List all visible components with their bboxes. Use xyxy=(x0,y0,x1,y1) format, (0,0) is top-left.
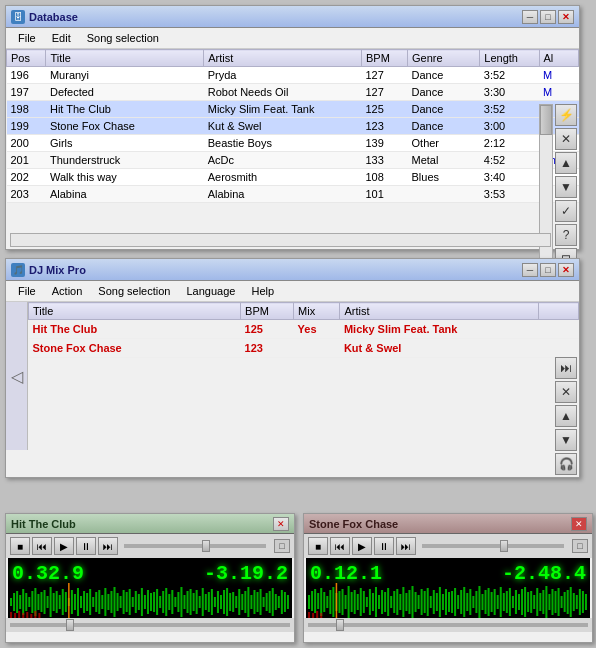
player-right-play-button[interactable]: ▶ xyxy=(352,537,372,555)
player-left-countdown: -3.19.2 xyxy=(204,562,288,585)
svg-rect-18 xyxy=(65,592,67,612)
dj-menu-file[interactable]: File xyxy=(10,283,44,299)
player-left-extra-btn[interactable]: □ xyxy=(274,539,290,553)
svg-rect-93 xyxy=(10,612,12,618)
dj-title: DJ Mix Pro xyxy=(29,264,522,276)
player-right-pause-button[interactable]: ⏸ xyxy=(374,537,394,555)
dj-col-extra xyxy=(539,303,579,320)
maximize-button[interactable]: □ xyxy=(540,10,556,24)
db-scrollbar[interactable] xyxy=(539,104,553,284)
help-db-button[interactable]: ? xyxy=(555,224,577,246)
player-right-extra-btn[interactable]: □ xyxy=(572,539,588,553)
dj-table-row[interactable]: Stone Fox Chase 123 Kut & Swel xyxy=(29,339,579,358)
svg-rect-106 xyxy=(323,592,325,612)
player-left-prev-button[interactable]: ⏮ xyxy=(32,537,52,555)
check-db-button[interactable]: ✓ xyxy=(555,200,577,222)
cell-bpm: 108 xyxy=(362,169,408,186)
player-right-prev-button[interactable]: ⏮ xyxy=(330,537,350,555)
svg-rect-149 xyxy=(454,588,456,616)
player-right-close-button[interactable]: ✕ xyxy=(571,517,587,531)
dj-table-row[interactable]: Hit The Club 125 Yes Micky Slim Feat. Ta… xyxy=(29,320,579,339)
svg-rect-138 xyxy=(421,589,423,615)
database-menu-bar: File Edit Song selection xyxy=(6,28,579,49)
player-left-volume-slider[interactable] xyxy=(124,544,266,548)
dj-cell-bpm: 125 xyxy=(241,320,294,339)
player-right-next-button[interactable]: ⏭ xyxy=(396,537,416,555)
dj-maximize-button[interactable]: □ xyxy=(540,263,556,277)
dj-down-button[interactable]: ▼ xyxy=(555,429,577,451)
player-left-seek-slider[interactable] xyxy=(10,623,290,627)
db-scroll-thumb[interactable] xyxy=(540,105,552,135)
player-left-bottom-slider[interactable] xyxy=(6,618,294,632)
svg-rect-127 xyxy=(387,588,389,616)
menu-file[interactable]: File xyxy=(10,30,44,46)
svg-rect-39 xyxy=(129,589,131,615)
dj-menu-help[interactable]: Help xyxy=(243,283,282,299)
close-button[interactable]: ✕ xyxy=(558,10,574,24)
db-horizontal-scroll[interactable] xyxy=(10,233,551,247)
cell-artist: AcDc xyxy=(204,152,362,169)
player-right-bottom-slider[interactable] xyxy=(304,618,592,632)
dj-cell-mix xyxy=(294,339,340,358)
svg-rect-139 xyxy=(424,591,426,613)
svg-rect-196 xyxy=(316,611,318,618)
player-right-stop-button[interactable]: ■ xyxy=(308,537,328,555)
cell-title: Defected xyxy=(46,84,204,101)
svg-rect-49 xyxy=(159,596,161,608)
dj-headphones-button[interactable]: 🎧 xyxy=(555,453,577,475)
col-al: Al xyxy=(539,50,579,67)
dj-skip-end-button[interactable]: ⏭ xyxy=(555,357,577,379)
dj-menu-language[interactable]: Language xyxy=(178,283,243,299)
player-left-pause-button[interactable]: ⏸ xyxy=(76,537,96,555)
player-right-seek-slider[interactable] xyxy=(308,623,588,627)
table-row[interactable]: 203 Alabina Alabina 101 3:53 xyxy=(7,186,579,203)
svg-rect-30 xyxy=(101,595,103,609)
menu-edit[interactable]: Edit xyxy=(44,30,79,46)
player-left-stop-button[interactable]: ■ xyxy=(10,537,30,555)
svg-rect-124 xyxy=(378,595,380,609)
player-right-seek-thumb[interactable] xyxy=(336,619,344,631)
svg-rect-161 xyxy=(491,592,493,612)
svg-rect-47 xyxy=(153,592,155,612)
svg-rect-69 xyxy=(220,595,222,609)
database-window: 🗄 Database ─ □ ✕ File Edit Song selectio… xyxy=(5,5,580,250)
dj-minimize-button[interactable]: ─ xyxy=(522,263,538,277)
dj-close-button[interactable]: ✕ xyxy=(558,263,574,277)
table-row[interactable]: 202 Walk this way Aerosmith 108 Blues 3:… xyxy=(7,169,579,186)
table-row[interactable]: 198 Hit The Club Micky Slim Feat. Tank 1… xyxy=(7,101,579,118)
remove-db-button[interactable]: ✕ xyxy=(555,128,577,150)
dj-up-button[interactable]: ▲ xyxy=(555,405,577,427)
svg-rect-169 xyxy=(515,590,517,614)
cell-bpm: 127 xyxy=(362,84,408,101)
up-db-button[interactable]: ▲ xyxy=(555,152,577,174)
menu-song-selection[interactable]: Song selection xyxy=(79,30,167,46)
table-row[interactable]: 197 Defected Robot Needs Oil 127 Dance 3… xyxy=(7,84,579,101)
dj-menu-song-selection[interactable]: Song selection xyxy=(90,283,178,299)
svg-rect-89 xyxy=(281,590,283,614)
table-row[interactable]: 201 Thunderstruck AcDc 133 Metal 4:52 Th xyxy=(7,152,579,169)
svg-rect-51 xyxy=(165,588,167,616)
table-row[interactable]: 196 Muranyi Pryda 127 Dance 3:52 M xyxy=(7,67,579,84)
table-row[interactable]: 200 Girls Beastie Boys 139 Other 2:12 Li xyxy=(7,135,579,152)
svg-rect-101 xyxy=(308,595,310,609)
flash-button[interactable]: ⚡ xyxy=(555,104,577,126)
svg-rect-136 xyxy=(415,592,417,612)
player-left-next-button[interactable]: ⏭ xyxy=(98,537,118,555)
player-left-volume-thumb[interactable] xyxy=(202,540,210,552)
player-left-play-button[interactable]: ▶ xyxy=(54,537,74,555)
svg-rect-56 xyxy=(180,587,182,617)
table-row[interactable]: 199 Stone Fox Chase Kut & Swel 123 Dance… xyxy=(7,118,579,135)
player-right-volume-slider[interactable] xyxy=(422,544,564,548)
svg-rect-131 xyxy=(399,594,401,610)
down-db-button[interactable]: ▼ xyxy=(555,176,577,198)
dj-menu-action[interactable]: Action xyxy=(44,283,91,299)
svg-rect-173 xyxy=(527,592,529,612)
player-left-close-button[interactable]: ✕ xyxy=(273,517,289,531)
player-left-seek-thumb[interactable] xyxy=(66,619,74,631)
svg-rect-55 xyxy=(177,592,179,612)
cell-pos: 203 xyxy=(7,186,46,203)
dj-remove-button[interactable]: ✕ xyxy=(555,381,577,403)
minimize-button[interactable]: ─ xyxy=(522,10,538,24)
player-right-volume-thumb[interactable] xyxy=(500,540,508,552)
svg-rect-182 xyxy=(555,591,557,613)
